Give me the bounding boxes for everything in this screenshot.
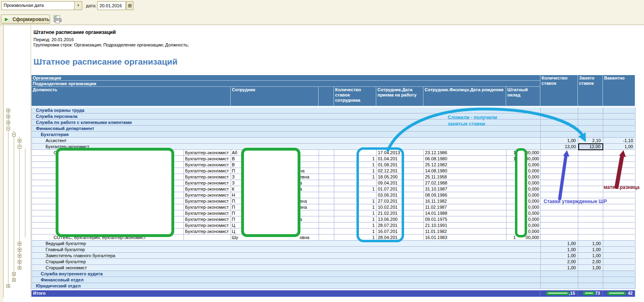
header-employee[interactable]: Сотрудник [231,87,319,106]
cell-rate-busy[interactable]: 1,00 [578,247,603,252]
cell-detail-position[interactable]: Бухгалтер-экономист [184,216,231,222]
cell-detail-birth-date[interactable]: 31.10.1987 [424,186,506,192]
date-input[interactable]: 20.01.2016 [97,1,126,10]
cell-rate-busy[interactable]: 1,00 [578,265,603,271]
cell-rate-qty[interactable] [541,229,578,234]
period-type-select[interactable]: Произвольная дата ▼ [1,1,82,10]
tree-expander-plus-icon[interactable]: + [18,266,21,270]
cell-rate-qty[interactable]: 1,00 [541,138,578,143]
cell-rate-busy[interactable] [578,174,603,180]
cell-detail-birth-date[interactable]: 11.02.1987 [424,204,506,210]
cell-detail-gap[interactable] [319,180,334,186]
cell-rate-busy[interactable] [578,132,603,137]
cell-detail-rate[interactable]: 1 [334,174,377,180]
group-label-cell[interactable]: Главный бухгалтер [32,247,541,252]
cell-detail-hire-date[interactable]: 21.02.201 [377,210,424,216]
cell-rate-qty[interactable] [541,174,578,180]
cell-rate-busy[interactable] [578,156,603,161]
cell-detail-rate[interactable] [334,150,377,155]
cell-detail-position[interactable]: Бухгалтер-экономист [184,180,231,186]
cell-detail-gap[interactable] [319,229,334,234]
header-rate-qty[interactable]: Количество ставок [540,75,578,106]
cell-detail-gap[interactable] [319,222,334,228]
header-rate-vacant[interactable]: Вакантно [603,75,635,106]
cell-detail-gap[interactable] [319,198,334,204]
cell-detail-birth-date[interactable]: 25.12.1982 [424,162,506,168]
cell-rate-vacant[interactable] [603,210,636,216]
cell-rate-busy[interactable] [578,113,603,119]
cell-detail-birth-date[interactable]: 08.09.1986 [424,192,506,198]
cell-detail-birth-date[interactable]: 11.01.1982 [424,229,506,234]
cell-detail-rate[interactable]: 1 [334,235,377,240]
cell-rate-vacant[interactable] [603,126,636,131]
cell-rate-vacant[interactable] [603,229,636,234]
calendar-button[interactable]: ▦ [126,1,133,10]
cell-detail-position[interactable]: Бухгалтер-экономист [184,150,231,155]
cell-rate-vacant[interactable] [603,265,636,271]
cell-detail-birth-date[interactable]: 16.01.1983 [424,235,506,240]
cell-detail-birth-date[interactable]: 14.01.1988 [424,210,506,216]
cell-detail-rate[interactable] [334,180,377,186]
cell-detail-position[interactable]: Бухгалтер-экономист [184,174,231,180]
group-label-cell[interactable]: Старший бухгалтер [32,259,541,264]
cell-rate-vacant[interactable] [603,107,636,113]
cell-rate-busy[interactable] [578,186,603,192]
cell-rate-vacant[interactable] [603,162,636,168]
cell-detail-position[interactable]: Бухгалтер-экономист [184,168,231,174]
group-label-cell[interactable]: Заместитель главного бухгалтера [32,253,541,258]
header-hire-date[interactable]: Сотрудник.Дата приема на работу [376,87,423,106]
cell-detail-position[interactable]: Бухгалтер-экономист [184,162,231,168]
cell-detail-rate[interactable]: 1 [334,168,377,174]
cell-detail-birth-date[interactable]: 23.12.1986 [424,150,506,155]
cell-detail-hire-date[interactable]: 10.02.201 [377,204,424,210]
cell-rate-qty[interactable]: 2,00 [541,259,578,264]
cell-detail-hire-date[interactable]: 01.07.201 [377,186,424,192]
cell-detail-gap[interactable] [319,216,334,222]
group-label-cell[interactable]: Юридический отдел [32,283,541,289]
cell-rate-qty[interactable] [541,210,578,216]
cell-rate-busy[interactable] [578,107,603,113]
cell-detail-gap[interactable] [319,192,334,198]
cell-detail-position[interactable]: Бухгалтер-экономист [184,204,231,210]
cell-rate-busy[interactable] [578,180,603,186]
cell-detail-position[interactable]: Бухгалтер-экономист [184,229,231,234]
cell-detail-hire-date[interactable]: 01.04.201 [377,156,424,161]
cell-rate-qty[interactable] [541,120,578,125]
cell-detail-birth-date[interactable]: 16.11.1982 [424,198,506,204]
cell-detail-rate[interactable]: 1 [334,210,377,216]
cell-rate-qty[interactable] [541,222,578,228]
cell-rate-qty[interactable] [541,132,578,137]
cell-rate-vacant[interactable]: -1,10 [603,138,636,143]
cell-rate-qty[interactable] [541,180,578,186]
cell-detail-rate[interactable]: 1 [334,229,377,234]
cell-detail-position[interactable] [184,235,231,240]
cell-rate-vacant[interactable] [603,120,636,125]
tree-expander-minus-icon[interactable]: − [12,133,16,136]
header-employee-rate-qty[interactable]: Количество ставок сотрудника [334,87,376,106]
cell-rate-vacant[interactable] [603,198,636,204]
cell-rate-qty[interactable] [541,283,578,289]
cell-detail-hire-date[interactable]: 18.05.200 [377,174,424,180]
cell-detail-hire-date[interactable]: 01.08.201 [377,162,424,168]
cell-detail-hire-date[interactable]: 28.04.201 [377,235,424,240]
cell-rate-vacant[interactable] [603,156,636,161]
tree-expander-minus-icon[interactable]: − [18,145,21,149]
cell-rate-qty[interactable] [541,113,578,119]
cell-detail-birth-date[interactable]: 25.11.1958 [424,174,506,180]
cell-rate-vacant[interactable] [603,259,636,264]
cell-rate-vacant[interactable] [603,204,636,210]
chevron-down-icon[interactable]: ▼ [74,2,82,10]
cell-detail-birth-date[interactable]: 09.01.1975 [424,216,506,222]
tree-expander-plus-icon[interactable]: + [6,109,10,112]
cell-rate-busy[interactable]: 2,00 [578,259,603,264]
header-empty[interactable] [319,87,334,106]
cell-detail-hire-date[interactable]: 17.04.2013 [377,150,424,155]
cell-rate-qty[interactable] [541,192,578,198]
cell-rate-vacant[interactable] [603,113,636,119]
cell-detail-rate[interactable]: 1 [334,156,377,161]
cell-detail-gap[interactable] [319,186,334,192]
cell-detail-hire-date[interactable]: 27.03.201 [377,198,424,204]
header-salary[interactable]: Штатный оклад [506,87,540,106]
cell-detail-position[interactable]: Бухгалтер-экономист [184,210,231,216]
cell-detail-rate[interactable]: 1 [334,216,377,222]
